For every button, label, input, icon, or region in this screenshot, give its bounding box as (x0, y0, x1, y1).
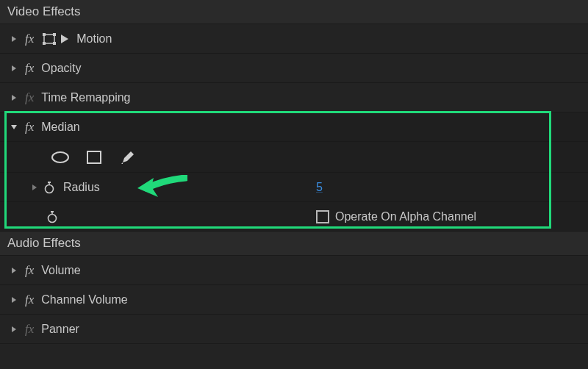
svg-rect-4 (53, 42, 56, 45)
effect-label: Opacity (41, 62, 81, 75)
radius-value[interactable]: 5 (316, 181, 323, 193)
alpha-checkbox[interactable] (316, 210, 329, 223)
effect-row-volume[interactable]: fx Volume (0, 256, 588, 285)
ellipse-mask-icon[interactable] (50, 149, 71, 165)
fx-badge-icon[interactable]: fx (25, 61, 34, 76)
stopwatch-icon[interactable] (46, 210, 59, 223)
audio-effects-header[interactable]: Audio Effects (0, 232, 588, 256)
video-effects-label: Video Effects (7, 4, 81, 18)
effect-label: Volume (41, 264, 80, 277)
rectangle-mask-icon[interactable] (84, 149, 104, 165)
effect-row-opacity[interactable]: fx Opacity (0, 54, 588, 83)
radius-value-cell: 5 (316, 181, 323, 194)
median-alpha-row: Operate On Alpha Channel (0, 202, 588, 232)
svg-point-5 (52, 152, 68, 162)
chevron-right-icon[interactable] (7, 62, 21, 75)
chevron-right-icon[interactable] (7, 91, 21, 104)
fx-badge-icon[interactable]: fx (25, 90, 34, 105)
play-icon[interactable] (60, 34, 69, 44)
alpha-label: Operate On Alpha Channel (335, 210, 476, 223)
effect-label: Panner (41, 323, 79, 336)
chevron-right-icon[interactable] (7, 264, 21, 277)
svg-rect-8 (48, 182, 51, 183)
effect-row-channel-volume[interactable]: fx Channel Volume (0, 285, 588, 315)
chevron-right-icon[interactable] (7, 32, 21, 46)
chevron-down-icon[interactable] (7, 121, 21, 134)
svg-point-7 (46, 184, 54, 193)
svg-rect-0 (44, 35, 54, 43)
svg-rect-2 (53, 33, 56, 36)
radius-label: Radius (63, 181, 100, 194)
effect-row-motion[interactable]: fx Motion (0, 24, 588, 54)
fx-badge-icon[interactable]: fx (25, 263, 34, 278)
median-mask-tools-row (0, 142, 588, 173)
chevron-right-icon[interactable] (7, 323, 21, 336)
pen-mask-icon[interactable] (118, 149, 138, 165)
effect-label: Median (41, 121, 79, 134)
audio-effects-label: Audio Effects (7, 236, 81, 250)
effect-label: Time Remapping (41, 91, 130, 104)
fx-badge-icon[interactable]: fx (25, 293, 34, 307)
chevron-right-icon[interactable] (7, 293, 21, 307)
effect-controls-panel: Video Effects fx Motion fx Opacity (0, 0, 588, 369)
video-effects-header[interactable]: Video Effects (0, 0, 588, 24)
effect-row-time-remapping[interactable]: fx Time Remapping (0, 83, 588, 112)
effect-row-panner[interactable]: fx Panner (0, 315, 588, 344)
alpha-checkbox-cell: Operate On Alpha Channel (316, 210, 476, 223)
fx-badge-icon[interactable]: fx (25, 32, 34, 46)
svg-rect-3 (43, 42, 46, 45)
chevron-right-icon[interactable] (28, 181, 41, 194)
effect-label: Channel Volume (41, 293, 127, 307)
stopwatch-icon[interactable] (43, 181, 56, 194)
free-transform-icon[interactable] (41, 32, 57, 46)
svg-rect-11 (51, 211, 54, 212)
effect-row-median[interactable]: fx Median (0, 112, 588, 142)
fx-badge-icon[interactable]: fx (25, 322, 34, 337)
motion-transform-icons (41, 32, 69, 46)
svg-rect-1 (43, 33, 46, 36)
effect-label: Motion (76, 32, 112, 46)
median-radius-row: Radius 5 (0, 173, 588, 202)
svg-rect-6 (87, 151, 101, 163)
svg-point-10 (49, 214, 57, 222)
fx-badge-icon[interactable]: fx (25, 120, 34, 135)
